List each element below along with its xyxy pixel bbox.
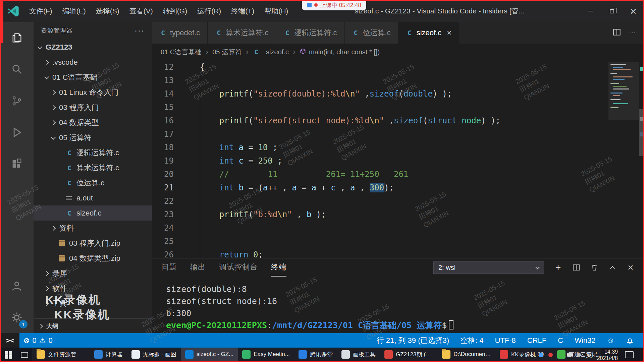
sidebar-more-icon[interactable]: ··· bbox=[135, 26, 145, 35]
tree-item[interactable]: 05 运算符 bbox=[34, 130, 152, 145]
editor-tab[interactable]: Ctypedef.c bbox=[152, 22, 208, 44]
editor-tab[interactable]: Csizeof.c× bbox=[398, 22, 460, 44]
restore-button[interactable] bbox=[601, 0, 623, 22]
menu-item[interactable]: 编辑(E) bbox=[57, 0, 91, 22]
account-icon[interactable] bbox=[0, 270, 34, 302]
tree-item[interactable]: C算术运算符.c bbox=[34, 160, 152, 175]
panel-tab[interactable]: 问题 bbox=[161, 258, 177, 277]
menu-item[interactable]: 运行(R) bbox=[192, 0, 226, 22]
tree-item[interactable]: C逻辑运算符.c bbox=[34, 145, 152, 160]
taskbar-app[interactable]: 文件资源管理器 bbox=[32, 348, 90, 362]
tree-item[interactable]: Csizeof.c bbox=[34, 205, 152, 221]
taskbar-app[interactable]: Easy Meetin... bbox=[238, 348, 294, 362]
taskbar-app[interactable]: GZ2123期 (3... bbox=[380, 348, 438, 362]
breadcrumb-item[interactable]: 01 C语言基础 bbox=[161, 48, 202, 57]
show-desktop-button[interactable] bbox=[641, 348, 643, 362]
notifications-bell-icon[interactable] bbox=[622, 337, 638, 345]
taskbar-app[interactable]: sizeof.c - GZ... bbox=[181, 348, 238, 362]
settings-gear-icon[interactable]: 1 bbox=[0, 302, 34, 333]
line-number[interactable]: 22 bbox=[152, 194, 187, 208]
close-button[interactable]: × bbox=[623, 0, 644, 22]
remote-indicator[interactable]: >< bbox=[0, 333, 19, 348]
tree-item[interactable]: 工具 bbox=[34, 296, 152, 311]
problems-status[interactable]: ⊗ 0 ⚠ 0 bbox=[19, 336, 57, 345]
ime-indicator[interactable]: 英 bbox=[586, 351, 592, 359]
taskbar-app[interactable]: 腾讯课堂 bbox=[294, 348, 337, 362]
panel-tab[interactable]: 调试控制台 bbox=[219, 258, 258, 277]
line-number[interactable]: 23 bbox=[152, 208, 187, 221]
kill-terminal-button[interactable] bbox=[590, 263, 598, 272]
panel-tab[interactable]: 输出 bbox=[190, 258, 206, 277]
line-number[interactable]: 24 bbox=[152, 221, 187, 235]
status-cursor-position[interactable]: 行 21, 列 39 (已选择3) bbox=[373, 336, 453, 346]
code-editor[interactable]: 12{1314 printf("sizeof(double):%ld\n" ,s… bbox=[152, 60, 644, 258]
source-control-icon[interactable] bbox=[0, 85, 34, 117]
line-number[interactable]: 21 bbox=[152, 181, 187, 194]
line-number[interactable]: 26 bbox=[152, 248, 187, 258]
outline-section[interactable]: 大纲 bbox=[34, 318, 152, 333]
panel-tab[interactable]: 终端 bbox=[271, 258, 286, 277]
run-debug-icon[interactable] bbox=[0, 117, 34, 148]
tree-item[interactable]: C位运算.c bbox=[34, 175, 152, 190]
tree-item[interactable]: 03 程序入门 bbox=[34, 100, 152, 115]
tree-item[interactable]: 资料 bbox=[34, 221, 152, 236]
tree-item[interactable]: 01 C语言基础 bbox=[34, 70, 152, 85]
status-platform[interactable]: Win32 bbox=[571, 336, 599, 345]
tree-item[interactable]: GZ2123 bbox=[34, 40, 152, 55]
breadcrumb-item[interactable]: 05 运算符 bbox=[212, 48, 242, 57]
extensions-icon[interactable] bbox=[0, 148, 34, 180]
search-icon[interactable] bbox=[0, 54, 34, 85]
menu-item[interactable]: 转到(G) bbox=[158, 0, 192, 22]
status-eol[interactable]: CRLF bbox=[523, 336, 550, 345]
line-number[interactable]: 14 bbox=[152, 87, 187, 101]
tree-item[interactable]: 04 数据类型 bbox=[34, 115, 152, 130]
taskbar-app[interactable]: 计算器 bbox=[90, 348, 127, 362]
tray-network-icon[interactable] bbox=[577, 353, 581, 357]
line-number[interactable]: 19 bbox=[152, 154, 187, 168]
tree-item[interactable]: .vscode bbox=[34, 55, 152, 70]
editor-scrollbar[interactable] bbox=[639, 109, 643, 156]
line-number[interactable]: 20 bbox=[152, 168, 187, 181]
recorder-pill[interactable]: 上课中 05:42:48 bbox=[302, 0, 366, 10]
editor-more-icon[interactable]: ··· bbox=[630, 30, 635, 36]
breadcrumb-item[interactable]: main(int, char const * []) bbox=[300, 48, 380, 56]
status-indentation[interactable]: 空格: 4 bbox=[457, 336, 487, 346]
tree-item[interactable]: 04 数据类型.zip bbox=[34, 251, 152, 266]
line-number[interactable]: 15 bbox=[152, 101, 187, 114]
line-number[interactable]: 18 bbox=[152, 141, 187, 154]
menu-item[interactable]: 查看(V) bbox=[124, 0, 158, 22]
menu-item[interactable]: 文件(F) bbox=[24, 0, 57, 22]
feedback-smiley-icon[interactable]: ☺ bbox=[603, 336, 619, 345]
line-number[interactable]: 12 bbox=[152, 60, 187, 74]
tray-app-icon[interactable] bbox=[539, 353, 543, 357]
status-language-mode[interactable]: C bbox=[554, 336, 567, 345]
menu-item[interactable]: 选择(S) bbox=[91, 0, 124, 22]
explorer-icon[interactable] bbox=[0, 22, 34, 54]
minimap-slider[interactable] bbox=[608, 62, 639, 120]
line-number[interactable]: 25 bbox=[152, 235, 187, 248]
editor-tab[interactable]: C逻辑运算符.c bbox=[276, 22, 344, 44]
editor-tab[interactable]: C算术运算符.c bbox=[208, 22, 276, 44]
tray-app-icon[interactable] bbox=[548, 353, 553, 357]
split-terminal-button[interactable] bbox=[572, 263, 580, 272]
minimap[interactable] bbox=[610, 62, 637, 149]
tree-item[interactable]: 录屏 bbox=[34, 266, 152, 281]
status-encoding[interactable]: UTF-8 bbox=[491, 336, 520, 345]
editor-tab[interactable]: C位运算.c bbox=[345, 22, 398, 44]
tree-item[interactable]: 软件 bbox=[34, 281, 152, 296]
menu-item[interactable]: 终端(T) bbox=[226, 0, 259, 22]
taskbar-app[interactable]: 画板工具 bbox=[337, 348, 380, 362]
tray-volume-icon[interactable] bbox=[567, 353, 572, 357]
task-view-button[interactable] bbox=[17, 348, 32, 362]
terminal[interactable]: sizeof(double):8sizeof(struct node):16b:… bbox=[152, 277, 644, 333]
line-number[interactable]: 13 bbox=[152, 74, 187, 87]
maximize-panel-button[interactable] bbox=[608, 266, 616, 269]
new-terminal-button[interactable]: + bbox=[554, 262, 562, 273]
tree-item[interactable]: 01 Linux 命令入门 bbox=[34, 85, 152, 100]
terminal-select[interactable]: 2: wsl bbox=[433, 261, 544, 274]
breadcrumb-item[interactable]: Csizeof.c bbox=[253, 48, 289, 56]
menu-item[interactable]: 帮助(H) bbox=[259, 0, 293, 22]
tree-item[interactable]: a.out bbox=[34, 190, 152, 205]
taskbar-app[interactable]: 无标题 - 画图 bbox=[127, 348, 181, 362]
tree-item[interactable]: 03 程序入门.zip bbox=[34, 236, 152, 251]
